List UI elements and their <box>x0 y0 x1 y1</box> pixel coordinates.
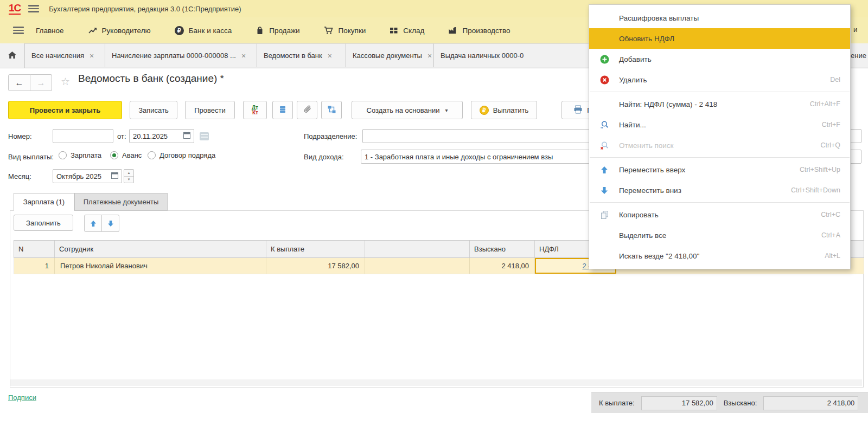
menu-item-copy[interactable]: Копировать Ctrl+C <box>589 204 850 225</box>
menu-item-move-down[interactable]: Переместить вниз Ctrl+Shift+Down <box>589 180 850 201</box>
menu-item-find[interactable]: Найти... Ctrl+F <box>589 114 850 135</box>
menu-item-payment-decryption[interactable]: Расшифровка выплаты <box>589 8 850 28</box>
close-icon[interactable]: × <box>90 51 94 60</box>
section-production-label: Производство <box>462 27 510 35</box>
menu-separator <box>590 92 850 92</box>
menu-item-cancel-search[interactable]: Отменить поиск Ctrl+Q <box>589 135 850 156</box>
show-postings-button[interactable]: ДтКт <box>243 101 267 119</box>
close-icon[interactable]: × <box>241 51 246 60</box>
row-move-buttons <box>84 215 119 232</box>
create-based-on-button[interactable]: Создать на основании ▾ <box>352 101 463 119</box>
cell-spacer <box>365 258 470 274</box>
menu-item-add[interactable]: Добавить <box>589 49 850 69</box>
menu-item-search-everywhere[interactable]: Искать везде "2 418,00" Alt+L <box>589 246 850 266</box>
section-manager-label: Руководителю <box>102 27 151 35</box>
post-button[interactable]: Провести <box>185 101 235 119</box>
tab-all-accruals[interactable]: Все начисления × <box>25 43 105 67</box>
tab-label: Все начисления <box>31 51 84 60</box>
up-arrow-icon <box>90 220 97 227</box>
structure-icon <box>327 105 336 115</box>
col-spacer <box>365 241 470 257</box>
delete-icon <box>598 75 611 85</box>
section-main[interactable]: Главное <box>36 27 64 35</box>
tab-fragment-right[interactable]: ение <box>850 43 868 67</box>
close-icon[interactable]: × <box>427 51 432 60</box>
menu-item-update-ndfl[interactable]: Обновить НДФЛ <box>589 28 850 49</box>
down-arrow-icon <box>107 220 114 227</box>
total-collected-value: 2 418,00 <box>763 396 858 410</box>
date-extra-icon[interactable] <box>200 132 209 140</box>
home-icon <box>8 51 17 61</box>
section-production[interactable]: Производство <box>448 26 510 35</box>
document-structure-button[interactable] <box>321 101 342 119</box>
calendar-icon[interactable] <box>111 172 118 180</box>
close-icon[interactable]: × <box>328 51 332 60</box>
move-down-icon <box>598 186 611 195</box>
month-stepper[interactable]: ▴ ▾ <box>124 169 134 183</box>
ruble-coin-icon: ₽ <box>480 106 489 115</box>
window-title: Бухгалтерия предприятия, редакция 3.0 (1… <box>49 5 241 13</box>
tab-cash-issue[interactable]: Выдача наличных 0000-0 <box>434 43 592 67</box>
tab-cash-documents[interactable]: Кассовые документы × <box>346 43 434 67</box>
cell-collected[interactable]: 2 418,00 <box>470 258 535 274</box>
register-records-button[interactable] <box>272 101 293 119</box>
col-payable[interactable]: К выплате <box>266 241 365 257</box>
fill-button[interactable]: Заполнить <box>14 215 73 231</box>
move-row-down-button[interactable] <box>102 215 119 232</box>
radio-selected-icon <box>110 151 118 159</box>
section-manager[interactable]: Руководителю <box>88 26 151 35</box>
section-overflow-fragment: и <box>853 25 858 34</box>
cell-employee[interactable]: Петров Николай Иванович <box>55 258 266 274</box>
attachments-button[interactable] <box>297 101 317 119</box>
tab-salary[interactable]: Зарплата (1) <box>14 193 74 211</box>
date-from-label: от: <box>117 132 126 140</box>
post-and-close-button[interactable]: Провести и закрыть <box>8 101 122 119</box>
main-menu-icon[interactable] <box>28 3 39 14</box>
cell-payable[interactable]: 17 582,00 <box>266 258 365 274</box>
radio-contract[interactable]: Договор подряда <box>148 151 215 159</box>
date-input[interactable]: 20.11.2025 <box>129 129 194 143</box>
forward-button[interactable]: → <box>30 74 52 91</box>
month-input[interactable]: Октябрь 2025 <box>53 169 122 183</box>
tab-payment-documents[interactable]: Платежные документы <box>74 193 168 211</box>
number-input[interactable] <box>53 129 113 143</box>
section-purchases[interactable]: Покупки <box>324 26 366 35</box>
section-sales[interactable]: Продажи <box>256 26 299 35</box>
calendar-icon[interactable] <box>183 132 190 140</box>
home-tab[interactable] <box>0 43 25 68</box>
col-employee[interactable]: Сотрудник <box>55 241 266 257</box>
menu-item-select-all[interactable]: Выделить все Ctrl+A <box>589 225 850 246</box>
cart-icon <box>324 26 334 35</box>
section-bank-cash[interactable]: ₽ Банк и касса <box>175 26 232 35</box>
menu-item-delete[interactable]: Удалить Del <box>589 69 850 90</box>
section-bank-cash-label: Банк и касса <box>189 27 232 35</box>
pay-button[interactable]: ₽ Выплатить <box>471 101 537 119</box>
signatures-link[interactable]: Подписи <box>8 393 36 402</box>
tab-label: Ведомости в банк <box>264 51 322 60</box>
menu-separator <box>590 157 850 158</box>
back-button[interactable]: ← <box>8 74 30 91</box>
spin-down-icon: ▾ <box>124 177 133 183</box>
tab-payroll[interactable]: Начисление зарплаты 0000-000008 ... × <box>105 43 257 67</box>
factory-icon <box>448 26 457 35</box>
radio-advance[interactable]: Аванс <box>110 151 142 159</box>
save-button[interactable]: Записать <box>130 101 177 119</box>
income-type-label: Вид дохода: <box>304 153 344 161</box>
section-warehouse-label: Склад <box>403 27 424 35</box>
tab-bank-statements[interactable]: Ведомости в банк × <box>257 43 346 67</box>
section-warehouse[interactable]: Склад <box>390 27 424 35</box>
favorite-star-icon[interactable]: ☆ <box>61 75 70 88</box>
context-menu: Расшифровка выплаты Обновить НДФЛ Добави… <box>589 4 851 269</box>
section-sales-label: Продажи <box>269 27 299 35</box>
col-collected[interactable]: Взыскано <box>470 241 535 257</box>
sections-panel-toggle-icon[interactable] <box>13 25 24 36</box>
col-n[interactable]: N <box>14 241 55 257</box>
pallet-grid-icon <box>390 27 398 35</box>
move-row-up-button[interactable] <box>84 215 102 232</box>
tab-label: Начисление зарплаты 0000-000008 ... <box>112 51 236 60</box>
radio-salary[interactable]: Зарплата <box>59 151 101 159</box>
add-icon <box>598 55 611 64</box>
cell-n[interactable]: 1 <box>14 258 55 274</box>
menu-item-move-up[interactable]: Переместить вверх Ctrl+Shift+Up <box>589 159 850 180</box>
menu-item-find-ndfl[interactable]: Найти: НДФЛ (сумма) - 2 418 Ctrl+Alt+F <box>589 94 850 114</box>
